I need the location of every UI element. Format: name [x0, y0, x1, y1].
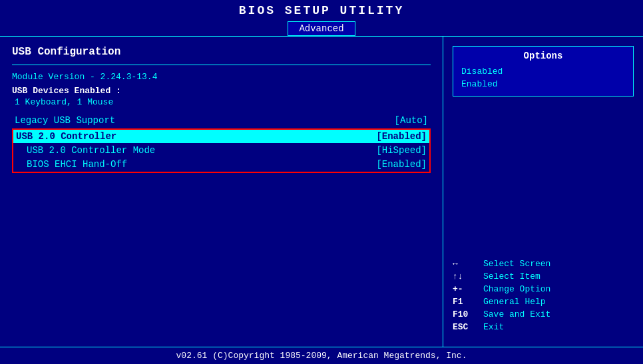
bios-ehci-name: BIOS EHCI Hand-Off [27, 159, 127, 170]
app: BIOS SETUP UTILITY Advanced USB Configur… [0, 0, 643, 364]
menu-item-usb-controller-mode[interactable]: USB 2.0 Controller Mode [HiSpeed] [13, 144, 429, 157]
help-select-item: ↑↓ Select Item [453, 272, 634, 281]
help-exit: ESC Exit [453, 322, 634, 332]
help-desc-select-item: Select Item [483, 272, 540, 281]
help-key-arrows: ↔ [453, 259, 479, 269]
menu-item-usb-controller[interactable]: USB 2.0 Controller [Enabled] [13, 130, 429, 143]
help-desc-exit: Exit [483, 322, 504, 332]
module-version: Module Version - 2.24.3-13.4 [12, 72, 431, 82]
option-enabled: Enabled [461, 79, 625, 89]
help-key-plusminus: +- [453, 284, 479, 294]
help-change-option: +- Change Option [453, 284, 634, 294]
help-key-f1: F1 [453, 297, 479, 307]
options-title: Options [461, 51, 625, 61]
divider-1 [12, 65, 431, 65]
usb-controller-name: USB 2.0 Controller [16, 131, 116, 142]
usb-controller-mode-name: USB 2.0 Controller Mode [27, 145, 155, 156]
help-desc-select-screen: Select Screen [483, 259, 550, 269]
help-key-updown: ↑↓ [453, 272, 479, 281]
help-box: ↔ Select Screen ↑↓ Select Item +- Change… [443, 96, 643, 347]
help-select-screen: ↔ Select Screen [453, 259, 634, 269]
option-disabled: Disabled [461, 67, 625, 77]
help-desc-save-exit: Save and Exit [483, 309, 550, 319]
tab-advanced[interactable]: Advanced [288, 21, 355, 36]
help-desc-general-help: General Help [483, 297, 546, 307]
help-general-help: F1 General Help [453, 297, 634, 307]
left-panel: USB Configuration Module Version - 2.24.… [0, 37, 443, 347]
help-desc-change-option: Change Option [483, 284, 550, 294]
usb-controller-mode-value: [HiSpeed] [376, 145, 427, 156]
bios-title: BIOS SETUP UTILITY [239, 4, 404, 17]
menu-item-legacy-usb[interactable]: Legacy USB Support [Auto] [12, 114, 431, 127]
options-box: Options Disabled Enabled [453, 46, 634, 96]
selected-group: USB 2.0 Controller [Enabled] USB 2.0 Con… [12, 128, 431, 173]
legacy-usb-value: [Auto] [395, 115, 428, 126]
help-key-f10: F10 [453, 309, 479, 319]
help-save-exit: F10 Save and Exit [453, 309, 634, 319]
main-content: USB Configuration Module Version - 2.24.… [0, 36, 643, 347]
devices-label: USB Devices Enabled : [12, 86, 431, 96]
footer-text: v02.61 (C)Copyright 1985-2009, American … [176, 351, 467, 361]
footer: v02.61 (C)Copyright 1985-2009, American … [0, 347, 643, 364]
tabbar: Advanced [0, 20, 643, 36]
devices-value: 1 Keyboard, 1 Mouse [15, 97, 431, 107]
section-title: USB Configuration [12, 46, 431, 58]
menu-item-bios-ehci[interactable]: BIOS EHCI Hand-Off [Enabled] [13, 158, 429, 171]
right-panel: Options Disabled Enabled ↔ Select Screen… [443, 37, 643, 347]
usb-controller-value: [Enabled] [376, 131, 427, 142]
help-key-esc: ESC [453, 322, 479, 332]
legacy-usb-name: Legacy USB Support [15, 115, 115, 126]
header: BIOS SETUP UTILITY [0, 0, 643, 20]
bios-ehci-value: [Enabled] [376, 159, 427, 170]
